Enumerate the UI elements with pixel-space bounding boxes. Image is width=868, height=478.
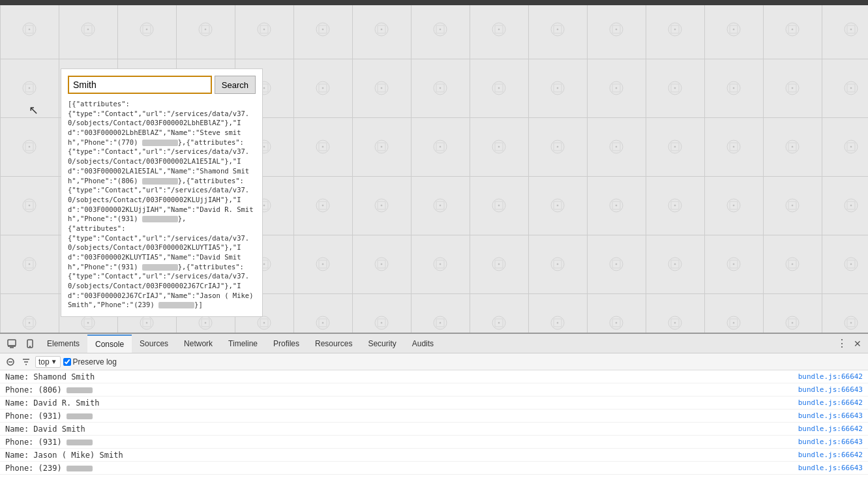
search-widget: Search [{"attributes": {"type":"Contact"… (61, 68, 263, 317)
devtools-panel: Elements Console Sources Network Timelin… (0, 333, 868, 478)
console-row-6-text: Name: Jason ( Mike) Smith (5, 451, 798, 460)
console-content: Name: Shamond Smith bundle.js:66642 Phon… (0, 370, 868, 478)
console-row-5: Phone: (931) bundle.js:66643 (0, 436, 868, 449)
phone-redacted-1 (67, 387, 93, 393)
tab-network[interactable]: Network (176, 335, 220, 353)
tab-security[interactable]: Security (360, 335, 404, 353)
console-row-6: Name: Jason ( Mike) Smith bundle.js:6664… (0, 449, 868, 462)
preserve-log-text: Preserve log (73, 357, 117, 366)
more-tabs-button[interactable]: ⋮ (834, 336, 850, 351)
console-row-3-link[interactable]: bundle.js:66643 (798, 411, 863, 420)
context-dropdown-icon: ▼ (51, 358, 57, 365)
redacted-phone-1 (142, 140, 178, 146)
context-selector[interactable]: top ▼ (35, 356, 61, 368)
redacted-phone-2 (142, 178, 178, 185)
json-line6b: },{"attributes": (178, 263, 244, 271)
tab-sources[interactable]: Sources (132, 335, 176, 353)
search-input[interactable] (68, 76, 212, 94)
tab-audits[interactable]: Audits (404, 335, 441, 353)
page-area: ↖ Search [{"attributes": {"type":"Contac… (0, 0, 868, 333)
console-row-3-text: Phone: (931) (5, 411, 798, 421)
redacted-phone-4 (142, 264, 178, 271)
json-line2b: },{"attributes": (178, 138, 244, 146)
console-row-5-text: Phone: (931) (5, 438, 798, 447)
phone-redacted-3 (67, 440, 93, 445)
json-line4b: }, (178, 215, 187, 222)
console-row-4-text: Name: David Smith (5, 425, 798, 434)
console-row-2-text: Name: David R. Smith (5, 398, 798, 408)
redacted-phone-3 (142, 216, 178, 222)
console-row-4-link[interactable]: bundle.js:66642 (798, 425, 863, 433)
console-row-1: Phone: (806) bundle.js:66643 (0, 383, 868, 396)
json-line7b: }] (194, 301, 203, 308)
json-output: [{"attributes": {"type":"Contact","url":… (68, 99, 256, 310)
console-row-1-text: Phone: (806) (5, 385, 798, 395)
console-row-0-text: Name: Shamond Smith (5, 372, 798, 381)
search-button[interactable]: Search (215, 76, 256, 94)
close-devtools-button[interactable]: ✕ (850, 336, 865, 351)
context-label: top (38, 357, 50, 366)
title-bar (0, 0, 868, 5)
json-line1: [{"attributes": (68, 100, 130, 108)
svg-point-8 (30, 346, 31, 347)
console-row-3: Phone: (931) bundle.js:66643 (0, 410, 868, 423)
json-line5: {"attributes": (68, 224, 126, 232)
console-row-6-link[interactable]: bundle.js:66642 (798, 451, 863, 459)
devtools-tabs-bar: Elements Console Sources Network Timelin… (0, 334, 868, 353)
inspect-element-button[interactable] (3, 335, 21, 353)
search-row: Search (68, 76, 256, 94)
tab-console[interactable]: Console (87, 335, 132, 353)
console-toolbar: top ▼ Preserve log (0, 353, 868, 370)
json-line3b: },{"attributes": (178, 177, 244, 185)
console-row-7-link[interactable]: bundle.js:66643 (798, 464, 863, 472)
clear-console-button[interactable] (4, 355, 17, 368)
console-row-5-link[interactable]: bundle.js:66643 (798, 438, 863, 446)
console-row-1-link[interactable]: bundle.js:66643 (798, 385, 863, 394)
preserve-log-checkbox[interactable] (63, 358, 71, 366)
console-row-7: Phone: (239) bundle.js:66643 (0, 462, 868, 475)
tab-resources[interactable]: Resources (307, 335, 360, 353)
tab-timeline[interactable]: Timeline (220, 335, 265, 353)
console-row-7-text: Phone: (239) (5, 464, 798, 473)
tab-elements[interactable]: Elements (39, 335, 87, 353)
tab-profiles[interactable]: Profiles (265, 335, 307, 353)
filter-console-button[interactable] (20, 355, 33, 368)
console-row-0-link[interactable]: bundle.js:66642 (798, 372, 863, 381)
device-toggle-button[interactable] (21, 335, 39, 353)
console-row-2-link[interactable]: bundle.js:66642 (798, 398, 863, 407)
console-row-2: Name: David R. Smith bundle.js:66642 (0, 396, 868, 410)
svg-rect-4 (8, 340, 16, 346)
phone-redacted-4 (67, 466, 93, 471)
redacted-phone-5 (158, 302, 194, 308)
phone-redacted-2 (67, 413, 93, 419)
console-row-4: Name: David Smith bundle.js:66642 (0, 423, 868, 436)
preserve-log-label[interactable]: Preserve log (63, 357, 117, 366)
console-row-0: Name: Shamond Smith bundle.js:66642 (0, 370, 868, 383)
